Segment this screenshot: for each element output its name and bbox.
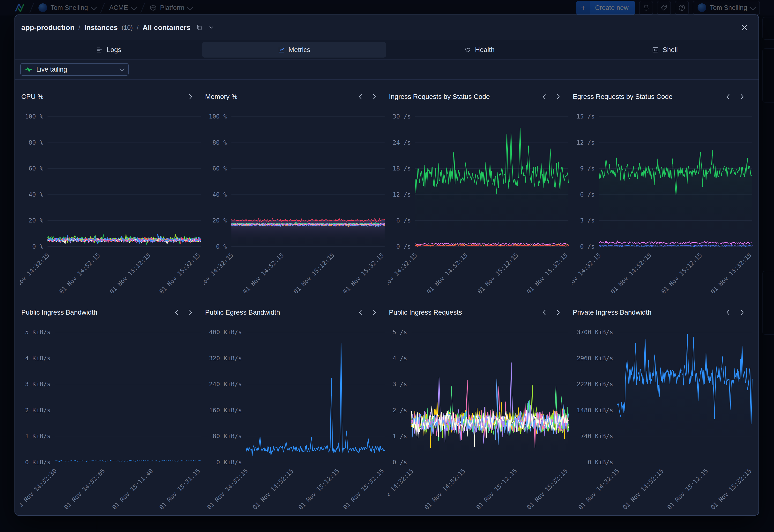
chart-card: Egress Requests by Status Code15 /s12 /s… xyxy=(572,90,754,300)
x-tick-label: 01 Nov 15:32:15 xyxy=(709,252,753,295)
chart-next-button[interactable] xyxy=(372,93,377,100)
y-tick-label: 2220 KiB/s xyxy=(577,381,613,388)
chart-prev-button[interactable] xyxy=(358,309,363,316)
tab-logs[interactable]: Logs xyxy=(17,42,201,58)
live-tailing-row: Live tailing xyxy=(15,59,759,80)
series-area xyxy=(618,334,752,462)
x-tick-label: 01 Nov 15:32:15 xyxy=(526,252,569,295)
close-icon[interactable] xyxy=(739,22,750,33)
y-tick-label: 100 % xyxy=(25,113,43,120)
y-tick-label: 2960 KiB/s xyxy=(577,355,613,362)
x-tick-label: 01 Nov 14:32:15 xyxy=(204,252,235,295)
chart-card: Public Ingress Bandwidth5 KiB/s4 KiB/s3 … xyxy=(20,306,203,515)
chart-next-button[interactable] xyxy=(740,93,744,100)
pulse-icon xyxy=(25,66,32,73)
modal-breadcrumb: app-production / Instances (10) / All co… xyxy=(21,23,214,32)
chart-title: Egress Requests by Status Code xyxy=(573,93,672,101)
chart-title: Ingress Requests by Status Code xyxy=(389,93,490,101)
chart-card: Memory %100 %80 %60 %40 %20 %0 %01 Nov 1… xyxy=(204,90,387,300)
chart-header: Ingress Requests by Status Code xyxy=(388,90,570,103)
y-tick-label: 0 KiB/s xyxy=(588,459,613,466)
chart-card: Private Ingress Bandwidth3700 KiB/s2960 … xyxy=(572,306,754,515)
tab-health-label: Health xyxy=(475,46,495,54)
y-tick-label: 320 KiB/s xyxy=(209,355,242,362)
y-tick-label: 80 KiB/s xyxy=(213,433,242,440)
y-tick-label: 100 % xyxy=(209,113,227,120)
chart-next-button[interactable] xyxy=(188,309,193,316)
chart-nav xyxy=(726,309,744,316)
chart-prev-button[interactable] xyxy=(542,93,547,100)
modal-breadcrumb-separator: / xyxy=(78,23,80,32)
y-tick-label: 3 KiB/s xyxy=(25,381,51,388)
series-line xyxy=(55,460,201,462)
y-tick-label: 2 /s xyxy=(393,406,407,414)
y-tick-label: 160 KiB/s xyxy=(209,406,242,414)
chart-plot: 15 /s12 /s9 /s6 /s3 /s0 /s01 Nov 14:32:1… xyxy=(572,103,754,298)
live-tailing-select[interactable]: Live tailing xyxy=(20,63,129,76)
y-tick-label: 1 KiB/s xyxy=(25,433,51,440)
heart-icon xyxy=(464,46,471,53)
y-tick-label: 3 /s xyxy=(580,217,595,224)
y-tick-label: 0 /s xyxy=(396,243,411,250)
copy-icon[interactable] xyxy=(196,24,203,31)
chart-nav xyxy=(358,93,377,100)
chart-nav xyxy=(726,93,744,100)
chart-header: Private Ingress Bandwidth xyxy=(572,306,754,319)
chart-card: Ingress Requests by Status Code30 /s24 /… xyxy=(388,90,570,300)
chart-plot: 5 /s4 /s3 /s2 /s1 /s0 /s01 Nov 14:32:150… xyxy=(388,319,570,514)
chart-header: Public Ingress Requests xyxy=(388,306,570,319)
chart-next-button[interactable] xyxy=(556,93,561,100)
y-tick-label: 12 /s xyxy=(393,191,411,198)
x-tick-label: 01 Nov 15:12:15 xyxy=(666,467,709,511)
modal-app-name: app-production xyxy=(21,23,74,32)
chart-plot: 3700 KiB/s2960 KiB/s2220 KiB/s1480 KiB/s… xyxy=(572,319,754,514)
y-tick-label: 240 KiB/s xyxy=(209,381,242,388)
chart-plot: 400 KiB/s320 KiB/s240 KiB/s160 KiB/s80 K… xyxy=(204,319,386,514)
x-tick-label: 01 Nov 15:32:15 xyxy=(709,467,753,511)
charts-grid: CPU %100 %80 %60 %40 %20 %0 %01 Nov 14:3… xyxy=(15,80,759,515)
x-tick-label: 01 Nov 14:52:15 xyxy=(58,252,101,295)
chart-nav xyxy=(358,309,377,316)
y-tick-label: 60 % xyxy=(212,165,227,172)
series-area xyxy=(599,150,752,246)
chart-header: CPU % xyxy=(20,90,203,103)
y-tick-label: 6 /s xyxy=(396,217,411,224)
y-tick-label: 18 /s xyxy=(393,165,411,172)
y-tick-label: 4 KiB/s xyxy=(25,355,51,362)
series-area xyxy=(415,128,569,246)
y-tick-label: 0 % xyxy=(216,243,227,250)
series-line xyxy=(246,343,385,456)
x-tick-label: 01 Nov 15:12:15 xyxy=(660,252,703,295)
y-tick-label: 9 /s xyxy=(580,165,595,172)
tab-metrics[interactable]: Metrics xyxy=(202,42,386,58)
chart-title: Public Ingress Bandwidth xyxy=(21,309,97,316)
chart-next-button[interactable] xyxy=(188,93,193,100)
chart-next-button[interactable] xyxy=(740,309,744,316)
chart-prev-button[interactable] xyxy=(542,309,547,316)
series-area xyxy=(231,218,385,246)
tab-logs-label: Logs xyxy=(107,46,121,54)
chart-title: CPU % xyxy=(21,93,44,101)
chart-header: Public Egress Bandwidth xyxy=(204,306,387,319)
x-tick-label: 01 Nov 15:12:15 xyxy=(475,467,518,511)
instance-count-badge: (10) xyxy=(122,24,133,31)
x-tick-label: 01 Nov 14:52:15 xyxy=(251,467,295,511)
x-tick-label: 01 Nov 14:32:15 xyxy=(577,467,620,511)
chart-next-button[interactable] xyxy=(556,309,561,316)
chart-prev-button[interactable] xyxy=(174,309,179,316)
x-tick-label: 01 Nov 15:32:15 xyxy=(342,252,385,295)
tab-metrics-label: Metrics xyxy=(289,46,310,54)
chart-next-button[interactable] xyxy=(372,309,377,316)
tab-shell[interactable]: Shell xyxy=(573,42,757,58)
x-tick-label: 01 Nov 15:32:15 xyxy=(158,252,201,295)
chart-prev-button[interactable] xyxy=(726,93,730,100)
chart-prev-button[interactable] xyxy=(358,93,363,100)
scope-dropdown-chevron-icon[interactable] xyxy=(208,24,214,31)
x-tick-label: 01 Nov 15:12:15 xyxy=(476,252,520,295)
chart-nav xyxy=(542,309,561,316)
chart-nav xyxy=(542,93,561,100)
y-tick-label: 30 /s xyxy=(393,113,411,120)
x-tick-label: 01 Nov 14:32:15 xyxy=(388,252,418,295)
chart-prev-button[interactable] xyxy=(726,309,730,316)
tab-health[interactable]: Health xyxy=(387,42,572,58)
